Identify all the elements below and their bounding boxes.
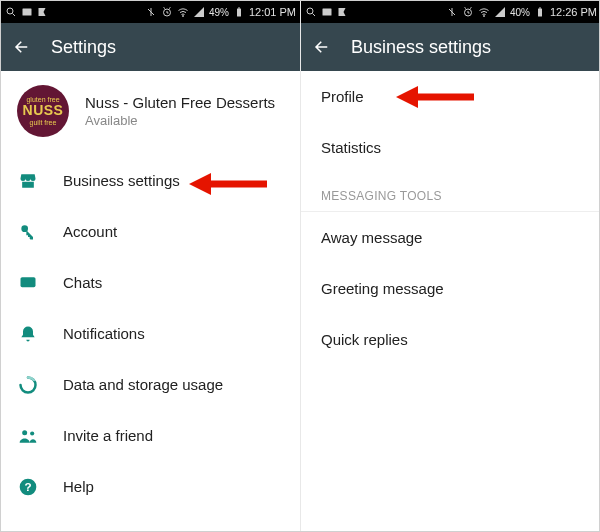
mute-icon [446, 6, 458, 18]
section-header-messaging-tools: MESSAGING TOOLS [301, 177, 600, 212]
svg-rect-13 [323, 9, 332, 16]
svg-rect-17 [539, 8, 541, 9]
status-bar: 40% 12:26 PM [301, 1, 600, 23]
signal-icon [494, 6, 506, 18]
svg-rect-7 [21, 277, 36, 287]
mute-icon [145, 6, 157, 18]
search-indicator-icon [305, 6, 317, 18]
row-invite[interactable]: Invite a friend [1, 410, 300, 461]
row-business-settings[interactable]: Business settings [1, 155, 300, 206]
signal-icon [193, 6, 205, 18]
battery-text: 40% [510, 7, 530, 18]
header: Settings [1, 23, 300, 71]
row-label: Invite a friend [63, 427, 153, 444]
row-account[interactable]: Account [1, 206, 300, 257]
wifi-icon [478, 6, 490, 18]
profile-status: Available [85, 113, 275, 128]
row-notifications[interactable]: Notifications [1, 308, 300, 359]
row-data-storage[interactable]: Data and storage usage [1, 359, 300, 410]
bell-icon [17, 323, 39, 345]
screen-settings: 49% 12:01 PM Settings gluten free NUSS g… [1, 1, 301, 532]
alarm-icon [161, 6, 173, 18]
key-icon [17, 221, 39, 243]
search-indicator-icon [5, 6, 17, 18]
row-profile[interactable]: Profile [301, 71, 600, 122]
row-help[interactable]: ? Help [1, 461, 300, 512]
back-icon[interactable] [313, 38, 331, 56]
svg-point-12 [307, 8, 313, 14]
row-label: Profile [321, 88, 364, 105]
clock-text: 12:01 PM [249, 6, 296, 18]
battery-icon [534, 6, 546, 18]
header: Business settings [301, 23, 600, 71]
help-icon: ? [17, 476, 39, 498]
row-label: Data and storage usage [63, 376, 223, 393]
svg-rect-16 [538, 9, 542, 17]
row-chats[interactable]: Chats [1, 257, 300, 308]
settings-list: Business settings Account Chats Notifica… [1, 155, 300, 532]
row-label: Statistics [321, 139, 381, 156]
status-bar: 49% 12:01 PM [1, 1, 300, 23]
svg-rect-1 [23, 9, 32, 16]
storefront-icon [17, 170, 39, 192]
page-title: Settings [51, 37, 116, 58]
svg-point-3 [182, 16, 183, 17]
alarm-icon [462, 6, 474, 18]
svg-rect-4 [237, 9, 241, 17]
row-label: Account [63, 223, 117, 240]
row-statistics[interactable]: Statistics [301, 122, 600, 173]
row-quick-replies[interactable]: Quick replies [301, 314, 600, 365]
clock-text: 12:26 PM [550, 6, 597, 18]
back-icon[interactable] [13, 38, 31, 56]
check-indicator-icon [337, 6, 349, 18]
svg-point-9 [30, 431, 34, 435]
svg-point-15 [483, 16, 484, 17]
profile-name: Nuss - Gluten Free Desserts [85, 94, 275, 111]
chat-icon [17, 272, 39, 294]
row-greeting-message[interactable]: Greeting message [301, 263, 600, 314]
picture-indicator-icon [321, 6, 333, 18]
profile-block[interactable]: gluten free NUSS guilt free Nuss - Glute… [1, 71, 300, 155]
screen-business-settings: 40% 12:26 PM Business settings Profile S… [301, 1, 600, 532]
avatar: gluten free NUSS guilt free [17, 85, 69, 137]
row-label: Away message [321, 229, 422, 246]
row-label: Help [63, 478, 94, 495]
svg-point-0 [7, 8, 13, 14]
row-label: Greeting message [321, 280, 444, 297]
page-title: Business settings [351, 37, 491, 58]
svg-text:?: ? [24, 480, 31, 493]
battery-icon [233, 6, 245, 18]
people-icon [17, 425, 39, 447]
data-usage-icon [17, 374, 39, 396]
row-label: Notifications [63, 325, 145, 342]
check-indicator-icon [37, 6, 49, 18]
business-settings-list: Profile Statistics MESSAGING TOOLS Away … [301, 71, 600, 532]
row-label: Quick replies [321, 331, 408, 348]
row-label: Business settings [63, 172, 180, 189]
wifi-icon [177, 6, 189, 18]
picture-indicator-icon [21, 6, 33, 18]
svg-rect-5 [238, 8, 240, 9]
svg-point-8 [22, 430, 27, 435]
battery-text: 49% [209, 7, 229, 18]
row-away-message[interactable]: Away message [301, 212, 600, 263]
row-label: Chats [63, 274, 102, 291]
